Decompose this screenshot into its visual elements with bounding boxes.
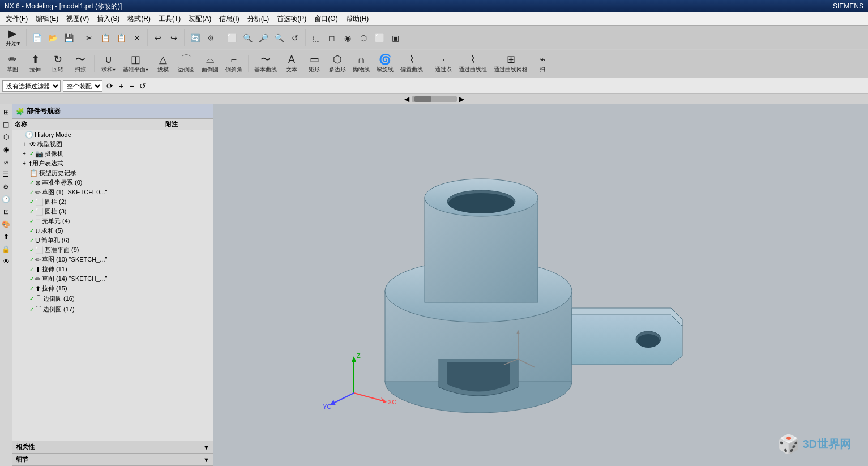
side-icon-8[interactable]: 🕐 — [1, 194, 11, 205]
selection-filter-select[interactable]: 没有选择过滤器 — [2, 80, 61, 92]
scroll-right-arrow[interactable]: ▶ — [459, 95, 464, 103]
checkbox-icon[interactable]: ✓ — [29, 199, 34, 205]
list-item[interactable]: ✓ ◻ 壳单元 (4) — [12, 216, 213, 226]
view5-button[interactable]: ⬜ — [373, 33, 386, 43]
checkbox-icon[interactable]: ✓ — [29, 296, 34, 302]
copy-button[interactable]: 📋 — [99, 33, 112, 43]
list-item[interactable]: ✓ ✏ 草图 (10) "SKETCH_..." — [12, 255, 213, 264]
view3-button[interactable]: ◉ — [341, 33, 354, 43]
save-button[interactable]: 💾 — [62, 33, 75, 43]
list-item[interactable]: ✓ ⬆ 拉伸 (11) — [12, 264, 213, 274]
checkbox-icon[interactable]: ✓ — [29, 228, 34, 234]
chamfer-button[interactable]: ⌐ 倒斜角 — [223, 53, 245, 75]
menubar-item[interactable]: 文件(F) — [2, 13, 31, 25]
rotate-button[interactable]: ↺ — [288, 33, 302, 43]
checkbox-icon[interactable]: ✓ — [29, 189, 34, 195]
offset-curve-button[interactable]: ⌇ 偏置曲线 — [398, 53, 425, 75]
list-item[interactable]: ✓ ∪ 求和 (5) — [12, 226, 213, 236]
list-item[interactable]: ✓ ⬜ 基准平面 (9) — [12, 245, 213, 255]
view2-button[interactable]: ◻ — [325, 33, 339, 43]
side-icon-11[interactable]: ⬆ — [2, 231, 10, 242]
list-item[interactable]: ✓ U 简单孔 (6) — [12, 236, 213, 245]
zoom-button[interactable]: 🔍 — [272, 33, 286, 43]
list-item[interactable]: ✓ ✏ 草图 (1) "SKETCH_0..." — [12, 187, 213, 197]
menubar-item[interactable]: 装配(A) — [185, 13, 215, 25]
side-icon-13[interactable]: 👁 — [2, 256, 11, 267]
checkbox-icon[interactable]: ✓ — [29, 256, 34, 263]
list-item[interactable]: ✓ ⬜ 圆柱 (3) — [12, 207, 213, 216]
side-icon-7[interactable]: ⚙ — [2, 181, 10, 193]
checkbox-icon[interactable]: ✓ — [29, 218, 34, 224]
side-icon-1[interactable]: ⊞ — [2, 106, 10, 118]
checkbox-icon[interactable]: ✓ — [29, 306, 34, 313]
list-item[interactable]: ✓ ⌒ 边倒圆 (16) — [12, 293, 213, 304]
menubar-item[interactable]: 首选项(P) — [273, 13, 310, 25]
menubar-item[interactable]: 信息(I) — [216, 13, 242, 25]
start-button[interactable]: ▶ 开始▾ — [2, 27, 23, 49]
remove-filter-icon[interactable]: − — [127, 81, 135, 91]
checkbox-icon[interactable]: ✓ — [29, 276, 34, 282]
extrude-button[interactable]: ⬆ 拉伸 — [25, 53, 45, 75]
checkbox-icon[interactable]: ✓ — [29, 179, 34, 186]
filter-icon[interactable]: ⟳ — [105, 81, 115, 91]
zoom-out-button[interactable]: 🔎 — [256, 33, 270, 43]
list-item[interactable]: + 👁 模型视图 — [12, 139, 213, 149]
sketch-button[interactable]: ✏ 草图 — [2, 53, 23, 75]
view1-button[interactable]: ⬚ — [309, 33, 323, 43]
list-item[interactable]: ✓ ⬜ 圆柱 (2) — [12, 197, 213, 207]
helix-button[interactable]: 🌀 螺旋线 — [374, 53, 396, 75]
menubar-item[interactable]: 分析(L) — [244, 13, 273, 25]
menubar-item[interactable]: 插入(S) — [93, 13, 123, 25]
redo-button[interactable]: ↪ — [167, 33, 181, 43]
checkbox-icon[interactable]: ✓ — [29, 208, 34, 215]
fit-button[interactable]: ⬜ — [225, 33, 238, 43]
menubar-item[interactable]: 编辑(E) — [32, 13, 62, 25]
reset-filter-icon[interactable]: ↺ — [138, 81, 148, 91]
side-icon-5[interactable]: ⌀ — [3, 156, 9, 168]
list-item[interactable]: 🕐 History Mode — [12, 130, 213, 139]
list-item[interactable]: + ✓ 📷 摄像机 — [12, 149, 213, 159]
sweep-button[interactable]: 〜 扫掠 — [70, 53, 91, 75]
detail-section[interactable]: 细节 ▼ — [12, 454, 213, 466]
scroll-left-arrow[interactable]: ◀ — [404, 95, 409, 103]
face-blend-button[interactable]: ⌓ 面倒圆 — [199, 53, 221, 75]
menubar-item[interactable]: 窗口(O) — [311, 13, 341, 25]
side-icon-3[interactable]: ⬡ — [2, 131, 10, 143]
delete-button[interactable]: ✕ — [130, 33, 144, 43]
menubar-item[interactable]: 工具(T) — [155, 13, 184, 25]
menubar-item[interactable]: 帮助(H) — [343, 13, 373, 25]
assembly-filter-select[interactable]: 整个装配 — [63, 80, 102, 92]
undo-button[interactable]: ↩ — [151, 33, 165, 43]
checkbox-icon[interactable]: ✓ — [29, 285, 34, 292]
side-icon-6[interactable]: ☰ — [2, 169, 10, 180]
checkbox-icon[interactable]: ✓ — [29, 266, 34, 272]
checkbox-icon[interactable]: ✓ — [29, 151, 34, 157]
side-icon-12[interactable]: 🔒 — [1, 243, 11, 255]
parabola-button[interactable]: ∩ 抛物线 — [350, 53, 372, 75]
list-item[interactable]: ✓ ✏ 草图 (14) "SKETCH_..." — [12, 274, 213, 284]
datum-plane-button[interactable]: ◫ 基准平面▾ — [121, 53, 151, 75]
menubar-item[interactable]: 格式(R) — [124, 13, 154, 25]
zoom-in-button[interactable]: 🔍 — [241, 33, 254, 43]
rect-button[interactable]: ▭ 矩形 — [304, 53, 324, 75]
list-item[interactable]: ✓ ⌒ 边倒圆 (17) — [12, 304, 213, 315]
list-item[interactable]: + f 用户表达式 — [12, 159, 213, 168]
thru-mesh-button[interactable]: ⊞ 通过曲线网格 — [491, 53, 530, 75]
new-button[interactable]: 📄 — [30, 33, 44, 43]
menubar-item[interactable]: 视图(V) — [63, 13, 92, 25]
side-icon-10[interactable]: 🎨 — [1, 219, 11, 230]
thru-curves-button[interactable]: ⌇ 通过曲线组 — [456, 53, 489, 75]
relevance-section[interactable]: 相关性 ▼ — [12, 441, 213, 454]
checkbox-icon[interactable]: ✓ — [29, 237, 34, 243]
side-icon-4[interactable]: ◉ — [2, 144, 10, 155]
cut-button[interactable]: ✂ — [83, 33, 96, 43]
swept-button[interactable]: ⌁ 扫 — [532, 53, 553, 75]
refresh-button[interactable]: 🔄 — [188, 33, 202, 43]
list-item[interactable]: ✓ ⊕ 基准坐标系 (0) — [12, 178, 213, 187]
checkbox-icon[interactable]: ✓ — [29, 247, 34, 253]
text-button[interactable]: A 文本 — [281, 53, 302, 75]
scroll-thumb[interactable] — [414, 96, 431, 102]
view4-button[interactable]: ⬡ — [357, 33, 370, 43]
draft-button[interactable]: △ 拔模 — [153, 53, 173, 75]
add-filter-icon[interactable]: + — [117, 81, 125, 91]
